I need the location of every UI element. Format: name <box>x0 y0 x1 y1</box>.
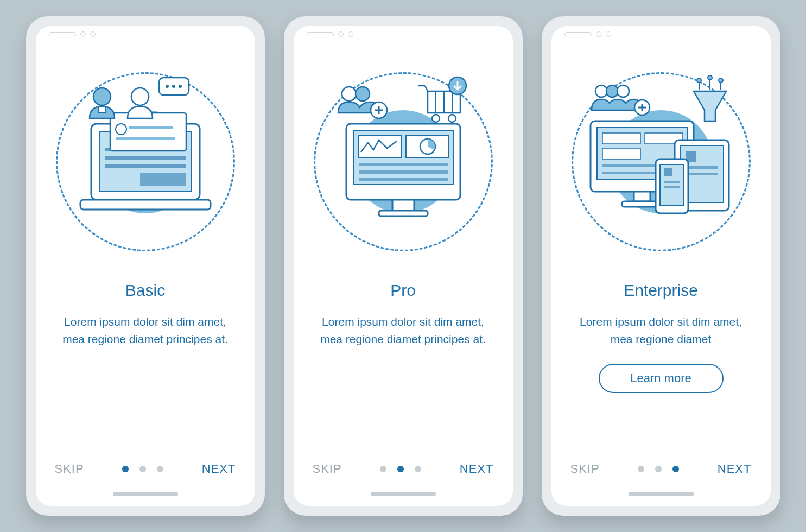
skip-button[interactable]: SKIP <box>313 462 342 476</box>
page-indicator <box>122 466 163 472</box>
dot-2[interactable] <box>139 466 146 472</box>
phone-mockup-basic: Basic Lorem ipsum dolor sit dim amet, me… <box>26 16 265 516</box>
laptop-icon <box>75 107 216 216</box>
svg-rect-26 <box>379 211 428 216</box>
svg-rect-46 <box>634 192 650 201</box>
next-button[interactable]: NEXT <box>460 462 494 476</box>
plan-title: Basic <box>36 281 255 300</box>
dot-3[interactable] <box>672 466 679 472</box>
svg-rect-53 <box>664 168 672 176</box>
funnel-icon <box>694 75 726 121</box>
svg-point-58 <box>617 85 629 97</box>
page-indicator <box>638 466 679 472</box>
dot-1[interactable] <box>122 466 129 472</box>
phone-screen: Pro Lorem ipsum dolor sit dim amet, mea … <box>294 26 513 506</box>
svg-rect-50 <box>686 166 718 169</box>
next-button[interactable]: NEXT <box>202 462 236 476</box>
svg-rect-55 <box>664 186 680 188</box>
svg-rect-54 <box>664 181 680 183</box>
svg-point-11 <box>93 88 111 105</box>
phone-screen: Basic Lorem ipsum dolor sit dim amet, me… <box>36 26 255 506</box>
phone-notch <box>307 31 353 37</box>
illustration-enterprise <box>551 59 771 265</box>
plan-description: Lorem ipsum dolor sit dim amet, mea regi… <box>36 313 255 347</box>
phone-notch <box>49 31 96 37</box>
phone-screen: Enterprise Lorem ipsum dolor sit dim ame… <box>551 26 771 506</box>
svg-rect-22 <box>359 163 448 166</box>
svg-rect-41 <box>602 133 640 144</box>
svg-rect-24 <box>359 178 448 181</box>
plan-title: Enterprise <box>551 281 771 300</box>
illustration-basic <box>36 59 255 265</box>
plan-title: Pro <box>294 281 513 300</box>
home-indicator <box>371 492 436 496</box>
phone-mockup-enterprise: Enterprise Lorem ipsum dolor sit dim ame… <box>542 16 780 516</box>
svg-point-56 <box>595 85 607 97</box>
devices-icon <box>580 102 742 221</box>
monitor-icon <box>327 102 479 221</box>
plan-description: Lorem ipsum dolor sit dim amet, mea regi… <box>294 313 513 347</box>
svg-rect-9 <box>129 126 173 129</box>
svg-point-28 <box>356 87 370 101</box>
svg-point-57 <box>606 85 618 97</box>
svg-point-64 <box>697 78 701 83</box>
dot-2[interactable] <box>655 466 662 472</box>
svg-rect-5 <box>140 173 186 186</box>
next-button[interactable]: NEXT <box>718 462 752 476</box>
svg-rect-51 <box>686 173 718 175</box>
home-indicator <box>629 492 694 496</box>
svg-point-13 <box>131 88 149 105</box>
svg-point-36 <box>448 115 456 122</box>
svg-point-65 <box>708 75 712 80</box>
svg-rect-12 <box>98 106 106 113</box>
phone-notch <box>564 31 611 37</box>
plan-description: Lorem ipsum dolor sit dim amet, mea regi… <box>551 313 771 347</box>
dot-3[interactable] <box>157 466 163 472</box>
svg-point-35 <box>432 115 440 122</box>
dot-2[interactable] <box>397 466 404 472</box>
svg-rect-3 <box>105 156 186 160</box>
dot-1[interactable] <box>380 466 386 472</box>
svg-point-27 <box>342 87 356 101</box>
svg-point-14 <box>166 85 169 88</box>
svg-point-16 <box>179 85 182 88</box>
svg-rect-10 <box>116 137 175 140</box>
svg-rect-43 <box>602 148 640 159</box>
svg-point-66 <box>719 78 723 83</box>
svg-point-15 <box>172 85 175 88</box>
skip-button[interactable]: SKIP <box>55 462 84 476</box>
page-indicator <box>380 466 421 472</box>
learn-more-button[interactable]: Learn more <box>599 364 724 393</box>
svg-rect-6 <box>80 200 211 210</box>
svg-rect-23 <box>359 170 448 174</box>
home-indicator <box>113 492 178 496</box>
svg-rect-4 <box>105 164 186 168</box>
illustration-pro <box>294 59 513 265</box>
skip-button[interactable]: SKIP <box>570 462 600 476</box>
svg-rect-25 <box>392 200 414 211</box>
phone-mockup-pro: Pro Lorem ipsum dolor sit dim amet, mea … <box>284 16 523 516</box>
dot-3[interactable] <box>415 466 421 472</box>
dot-1[interactable] <box>638 466 644 472</box>
